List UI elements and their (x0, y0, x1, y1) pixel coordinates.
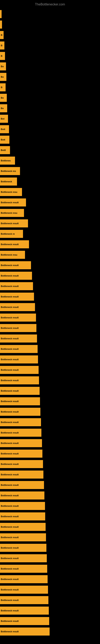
bar-label: Bottleneck result (1, 358, 19, 361)
bar-row: B (0, 81, 100, 92)
bar-label: Bottleneck result (1, 369, 19, 371)
bar: Bo (0, 62, 6, 70)
bar-label: Bottleneck result (1, 463, 19, 465)
bar-label: Bott (1, 128, 5, 130)
bar-label: Bottleneck result (1, 568, 19, 570)
bar-row: Bottleneck result (0, 458, 100, 468)
bar: Bottleneck result (0, 492, 44, 500)
bar (0, 20, 2, 28)
bar-row: Bottleneck result (0, 479, 100, 490)
bar: Bott (0, 136, 9, 144)
bar: Bottleneck result (0, 544, 47, 552)
bar-row: B (0, 29, 100, 40)
bar-row: Bottleneck result (0, 521, 100, 531)
bar-label: Bottleneck result (1, 442, 19, 444)
bar: Bottleneck result (0, 198, 26, 206)
bar-label: Bottleneck result (1, 348, 19, 350)
bar-row: B (0, 40, 100, 50)
bar-label: Bottleneck result (1, 494, 19, 497)
bar: Bo (0, 73, 6, 81)
bar-label: B (1, 44, 2, 47)
bar-label: Bottleneck result (1, 432, 19, 434)
bar: Bottleneck result (0, 533, 46, 541)
bar: Bottleneck result (0, 324, 36, 332)
bar-label: Bottleneck res (1, 170, 16, 172)
bar-row: Bottleneck result (0, 563, 100, 573)
bar-row: Bottleneck result (0, 594, 100, 604)
bar: Bottleneck result (0, 450, 42, 458)
bar-row: Bottleneck result (0, 406, 100, 416)
bar-row: Bottlenec (0, 154, 100, 165)
bar-label: Bottleneck result (1, 599, 19, 601)
bar-label: Bot (1, 118, 4, 120)
bar-label: Bottleneck result (1, 379, 19, 382)
bar: Bott (0, 125, 9, 133)
bar: B (0, 52, 5, 60)
bar-row: Bottleneck result (0, 374, 100, 385)
bar: Bottleneck result (0, 512, 45, 520)
bar-row: Bottleneck result (0, 573, 100, 584)
bar-label: Bottleneck result (1, 515, 19, 518)
bar: Bottleneck result (0, 282, 33, 290)
bar-row: Bottleneck (0, 176, 100, 186)
bar-row: Bottleneck result (0, 500, 100, 510)
bar-row: Bo (0, 60, 100, 71)
bar-label: Bottleneck result (1, 610, 19, 612)
bar-label: Bottleneck result (1, 536, 19, 538)
bar: Bottleneck re (0, 230, 23, 238)
bar-label: Bottleneck result (1, 452, 19, 455)
site-title: TheBottlenecker.com (0, 1, 100, 8)
bar-label: Bottleneck resu (1, 254, 17, 256)
bar-row: Bottleneck result (0, 552, 100, 563)
bar-row: Bottleneck result (0, 312, 100, 322)
bar: Bottleneck result (0, 334, 37, 342)
bar-label: Bottleneck result (1, 296, 19, 298)
bar-label: Bottleneck result (1, 264, 19, 266)
bar: Bottleneck result (0, 408, 40, 416)
bar-label: Bottleneck result (1, 390, 19, 392)
bar: Bottleneck result (0, 554, 47, 562)
bar-label: B (1, 55, 2, 57)
bar-row: B (0, 50, 100, 60)
bar-row: Bottleneck result (0, 416, 100, 427)
bar-label: Bottl (1, 149, 6, 151)
bar-row: Bottleneck result (0, 490, 100, 500)
bar: Bottl (0, 146, 10, 154)
bar: Bottleneck result (0, 376, 39, 384)
bar-row: Bottleneck result (0, 615, 100, 626)
bar: Bottleneck result (0, 219, 28, 228)
bar-row: Bottleneck result (0, 448, 100, 458)
bar-row: Bo (0, 92, 100, 102)
bar-row: Bott (0, 123, 100, 134)
bar: Bottleneck result (0, 628, 50, 636)
bar-label: Bo (1, 96, 4, 99)
bar-label: Bo (1, 65, 4, 68)
bar: Bo (0, 94, 7, 102)
bar: Bottleneck resu (0, 188, 22, 196)
bar-row: Bottleneck result (0, 510, 100, 521)
bar: B (0, 31, 3, 39)
bar: Bottleneck result (0, 575, 48, 583)
bar-label: Bottleneck result (1, 400, 19, 402)
bar-label: Bottleneck result (1, 505, 19, 507)
bar-row (0, 18, 100, 29)
bar: B (0, 42, 4, 50)
bar-row: Bottl (0, 144, 100, 154)
bar-label: Bottleneck result (1, 306, 19, 308)
bar-row: Bottleneck result (0, 196, 100, 207)
bar-row: Bottleneck res (0, 165, 100, 176)
bar: Bottleneck result (0, 303, 35, 311)
bar-row: Bottleneck resu (0, 249, 100, 259)
bar (0, 10, 1, 18)
bar-row: Bottleneck result (0, 301, 100, 312)
bar-label: Bottleneck result (1, 285, 19, 288)
bar-row: Bottleneck result (0, 542, 100, 552)
bar-label: Bottleneck resu (1, 191, 17, 193)
bar-row: Bottleneck result (0, 280, 100, 290)
bar: Bottleneck result (0, 314, 36, 322)
bar-row: Bottleneck result (0, 354, 100, 364)
bar: Bottleneck result (0, 586, 48, 594)
bar-row: Bottleneck re (0, 228, 100, 238)
bar: Bottleneck result (0, 240, 29, 248)
bar: Bottleneck result (0, 460, 43, 468)
